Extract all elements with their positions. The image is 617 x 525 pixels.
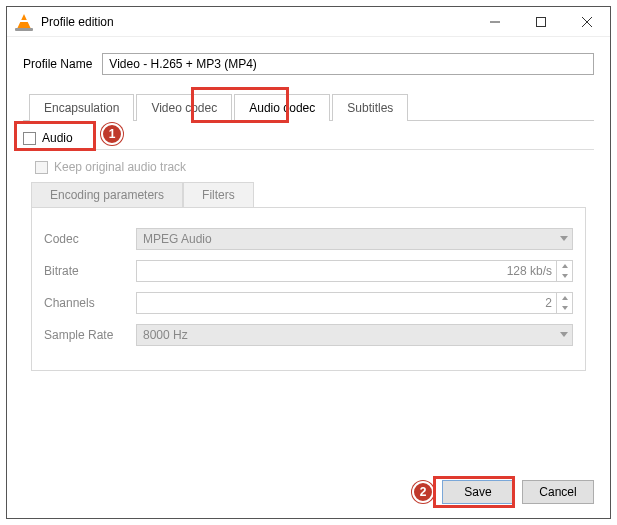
tab-video-codec[interactable]: Video codec [136, 94, 232, 121]
divider [23, 149, 594, 150]
keep-original-row: Keep original audio track [35, 160, 594, 174]
spinner-buttons[interactable] [556, 293, 572, 313]
channels-label: Channels [44, 296, 126, 310]
bitrate-value: 128 kb/s [507, 264, 552, 278]
profile-name-input[interactable] [102, 53, 594, 75]
spinner-buttons[interactable] [556, 261, 572, 281]
cancel-button[interactable]: Cancel [522, 480, 594, 504]
channels-spinner[interactable]: 2 [136, 292, 573, 314]
tab-subtitles[interactable]: Subtitles [332, 94, 408, 121]
profile-name-row: Profile Name [23, 53, 594, 75]
profile-name-label: Profile Name [23, 57, 92, 71]
spinner-up-icon[interactable] [557, 261, 572, 271]
chevron-down-icon [560, 332, 568, 337]
codec-row: Codec MPEG Audio [44, 228, 573, 250]
svg-rect-1 [537, 17, 546, 26]
bitrate-row: Bitrate 128 kb/s [44, 260, 573, 282]
window-title: Profile edition [41, 15, 114, 29]
main-tabs: Encapsulation Video codec Audio codec Su… [23, 93, 594, 121]
maximize-button[interactable] [518, 7, 564, 37]
codec-label: Codec [44, 232, 126, 246]
svg-marker-4 [562, 264, 568, 268]
audio-codec-panel: Audio 1 Keep original audio track Encodi… [23, 121, 594, 464]
bitrate-spinner[interactable]: 128 kb/s [136, 260, 573, 282]
tab-encapsulation[interactable]: Encapsulation [29, 94, 134, 121]
chevron-down-icon [560, 236, 568, 241]
sample-rate-value: 8000 Hz [143, 328, 188, 342]
keep-original-label: Keep original audio track [54, 160, 186, 174]
channels-value: 2 [545, 296, 552, 310]
vlc-cone-icon [15, 13, 33, 31]
subtab-filters[interactable]: Filters [183, 182, 254, 207]
tab-audio-codec[interactable]: Audio codec [234, 94, 330, 121]
close-button[interactable] [564, 7, 610, 37]
svg-marker-7 [562, 306, 568, 310]
annotation-callout-2: 2 [412, 481, 434, 503]
svg-marker-5 [562, 274, 568, 278]
audio-checkbox-row[interactable]: Audio [23, 131, 594, 145]
titlebar: Profile edition [7, 7, 610, 37]
save-button[interactable]: Save [442, 480, 514, 504]
spinner-down-icon[interactable] [557, 271, 572, 281]
profile-edition-window: Profile edition Profile Name Encapsulati… [6, 6, 611, 519]
sub-tabs: Encoding parameters Filters [31, 182, 586, 207]
codec-select[interactable]: MPEG Audio [136, 228, 573, 250]
audio-checkbox[interactable] [23, 132, 36, 145]
spinner-up-icon[interactable] [557, 293, 572, 303]
sample-rate-row: Sample Rate 8000 Hz [44, 324, 573, 346]
codec-value: MPEG Audio [143, 232, 212, 246]
subtab-encoding-parameters[interactable]: Encoding parameters [31, 182, 183, 207]
minimize-button[interactable] [472, 7, 518, 37]
svg-marker-6 [562, 296, 568, 300]
window-controls [472, 7, 610, 37]
audio-checkbox-label: Audio [42, 131, 73, 145]
dialog-footer: 2 Save Cancel [7, 470, 610, 518]
bitrate-label: Bitrate [44, 264, 126, 278]
encoding-parameters-panel: Codec MPEG Audio Bitrate 128 kb/s [31, 207, 586, 371]
sample-rate-label: Sample Rate [44, 328, 126, 342]
spinner-down-icon[interactable] [557, 303, 572, 313]
channels-row: Channels 2 [44, 292, 573, 314]
sample-rate-select[interactable]: 8000 Hz [136, 324, 573, 346]
keep-original-checkbox [35, 161, 48, 174]
